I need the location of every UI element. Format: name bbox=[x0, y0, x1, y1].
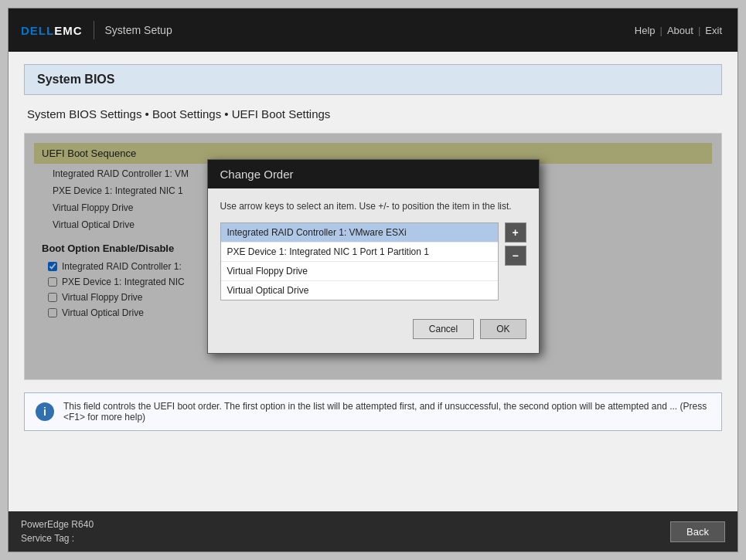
modal-overlay: Change Order Use arrow keys to select an… bbox=[25, 134, 721, 379]
info-text: This field controls the UEFI boot order.… bbox=[63, 401, 710, 423]
move-down-button[interactable]: − bbox=[505, 246, 526, 266]
footer-info: PowerEdge R640 Service Tag : bbox=[21, 518, 94, 545]
footer-model: PowerEdge R640 bbox=[21, 518, 94, 531]
dialog-list-item-2[interactable]: PXE Device 1: Integrated NIC 1 Port 1 Pa… bbox=[221, 243, 498, 262]
header-nav: Help | About | Exit bbox=[632, 23, 725, 38]
dialog-list-item-1[interactable]: Integrated RAID Controller 1: VMware ESX… bbox=[221, 223, 498, 243]
logo-dell: DELL bbox=[21, 24, 54, 37]
bios-section-title: System BIOS bbox=[37, 73, 709, 87]
footer: PowerEdge R640 Service Tag : Back bbox=[9, 511, 737, 552]
footer-service-tag: Service Tag : bbox=[21, 531, 94, 545]
logo-emc: EMC bbox=[54, 24, 82, 37]
ok-button[interactable]: OK bbox=[480, 319, 526, 339]
logo: DELLEMC bbox=[21, 24, 83, 37]
dialog-instructions: Use arrow keys to select an item. Use +/… bbox=[220, 199, 526, 213]
about-link[interactable]: About bbox=[664, 23, 697, 38]
dialog-list-item-4[interactable]: Virtual Optical Drive bbox=[221, 281, 498, 300]
dialog-body: Use arrow keys to select an item. Use +/… bbox=[208, 188, 539, 353]
header-bar: DELLEMC System Setup Help | About | Exit bbox=[9, 8, 737, 52]
main-content: System BIOS System BIOS Settings • Boot … bbox=[9, 52, 737, 511]
bios-title-bar: System BIOS bbox=[24, 64, 722, 95]
dialog-list-buttons: + − bbox=[505, 222, 526, 300]
settings-panel: UEFI Boot Sequence Integrated RAID Contr… bbox=[24, 133, 722, 380]
header-divider bbox=[94, 21, 94, 39]
dialog-title: Change Order bbox=[208, 160, 539, 188]
dialog-list: Integrated RAID Controller 1: VMware ESX… bbox=[220, 222, 499, 300]
exit-link[interactable]: Exit bbox=[702, 23, 725, 38]
header-title: System Setup bbox=[105, 24, 172, 36]
breadcrumb: System BIOS Settings • Boot Settings • U… bbox=[24, 107, 722, 120]
info-icon: i bbox=[36, 402, 54, 421]
dialog-footer-buttons: Cancel OK bbox=[220, 313, 526, 342]
move-up-button[interactable]: + bbox=[505, 222, 526, 243]
outer-frame: DELLEMC System Setup Help | About | Exit… bbox=[8, 8, 738, 552]
dialog-list-area: Integrated RAID Controller 1: VMware ESX… bbox=[220, 222, 526, 300]
dialog-list-item-3[interactable]: Virtual Floppy Drive bbox=[221, 262, 498, 281]
back-button[interactable]: Back bbox=[670, 521, 725, 542]
footer-service-tag-label: Service Tag : bbox=[21, 533, 74, 544]
change-order-dialog: Change Order Use arrow keys to select an… bbox=[207, 159, 540, 354]
cancel-button[interactable]: Cancel bbox=[413, 319, 474, 339]
help-link[interactable]: Help bbox=[632, 23, 659, 38]
info-bar: i This field controls the UEFI boot orde… bbox=[24, 392, 722, 431]
